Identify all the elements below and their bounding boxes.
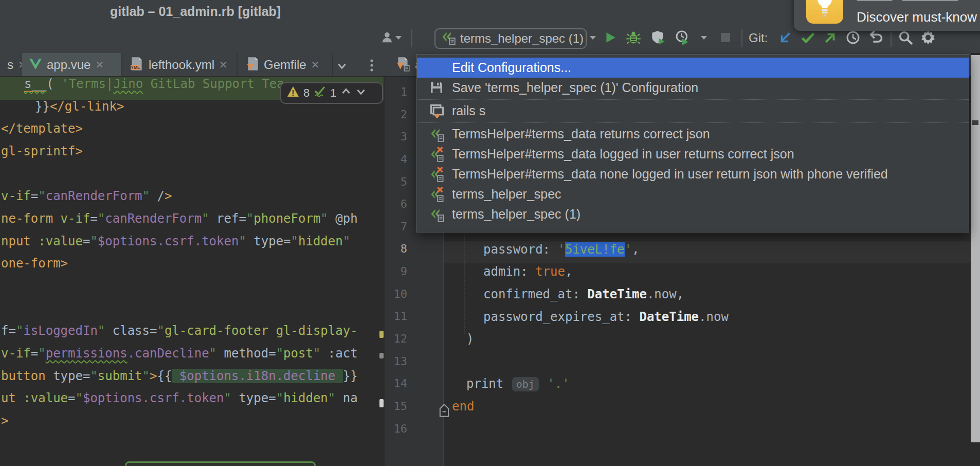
menu-item[interactable]: Save 'terms_helper_spec (1)' Configurati… — [417, 78, 969, 98]
chevron-down-icon — [393, 32, 404, 45]
search-everywhere-button[interactable] — [897, 30, 914, 47]
notification-balloon[interactable]: Discover must-know — [794, 0, 980, 31]
check-icon — [800, 30, 815, 47]
run-button[interactable] — [602, 30, 619, 47]
toolbar-separator — [411, 29, 412, 47]
clipped-popup-edge — [125, 461, 316, 466]
notification-message: Discover must-know — [857, 9, 977, 25]
stop-icon — [719, 31, 732, 46]
play-icon — [603, 30, 618, 47]
user-menu-button[interactable] — [375, 30, 408, 47]
menu-item-label: TermsHelper#terms_data returns correct j… — [452, 127, 710, 141]
hidden-tabs-chevron[interactable] — [333, 57, 351, 75]
yaml-icon: YML — [130, 56, 144, 74]
rollback-icon — [868, 30, 883, 47]
next-issue-chevron-icon[interactable] — [355, 86, 367, 100]
code-line: button type="submit">{{ $options.i18n.de… — [1, 369, 358, 386]
editor-tab-bar-left: s✕app.vue✕YMLlefthook.yml✕Gemfile✕ — [0, 53, 385, 77]
toolbar-separator — [741, 29, 742, 47]
tab-label: lefthook.yml — [149, 58, 214, 72]
menu-item-label: Save 'terms_helper_spec (1)' Configurati… — [452, 80, 698, 95]
rspec-failed-icon — [429, 147, 445, 162]
tab-s[interactable]: s✕ — [0, 53, 22, 76]
commit-button[interactable] — [799, 30, 816, 47]
menu-item[interactable]: Edit Configurations... — [417, 58, 969, 78]
clipped-title-fragment — [902, 0, 958, 1]
tab-app-vue[interactable]: app.vue✕ — [22, 53, 122, 76]
tab-Gemfile[interactable]: Gemfile✕ — [238, 53, 333, 76]
gem-icon — [245, 56, 259, 74]
inspections-widget[interactable]: 8 1 — [280, 82, 383, 104]
menu-item[interactable]: TermsHelper#terms_data logged in user re… — [417, 144, 969, 164]
rspec-icon — [429, 127, 445, 142]
lightbulb-icon — [806, 0, 843, 24]
arrow-down-left-icon — [778, 30, 792, 47]
close-icon[interactable]: ✕ — [95, 60, 104, 70]
push-button[interactable] — [822, 30, 839, 47]
code-line: v-if="permissions.canDecline" method="po… — [1, 346, 358, 364]
code-line: password: '5iveL!fe', — [483, 242, 639, 260]
code-line: gl-sprintf> — [1, 144, 83, 162]
vue-icon — [29, 58, 42, 72]
history-clock-icon — [845, 30, 861, 47]
warning-icon — [286, 85, 300, 101]
menu-item[interactable]: TermsHelper#terms_data none logged in us… — [417, 164, 969, 184]
menu-item[interactable]: terms_helper_spec — [417, 184, 969, 204]
history-button[interactable] — [844, 30, 862, 47]
tab-label: s — [7, 58, 13, 72]
close-icon[interactable]: ✕ — [311, 60, 320, 70]
code-line: admin: true, — [483, 264, 572, 282]
run-configuration-label: terms_helper_spec (1) — [460, 31, 584, 46]
code-line: nput :value="$options.csrf.token" type="… — [1, 234, 350, 252]
tab-options-kebab[interactable] — [363, 57, 380, 75]
code-line: </template> — [1, 121, 83, 139]
scrollbar-mark — [972, 120, 978, 125]
rspec-icon — [429, 207, 445, 222]
run-configurations-menu: Edit Configurations...Save 'terms_helper… — [416, 54, 969, 232]
search-icon — [898, 30, 913, 47]
menu-separator — [417, 122, 969, 123]
code-line: password_expires_at: DateTime.now — [483, 310, 729, 327]
settings-button[interactable] — [919, 30, 937, 47]
code-line: s__( 'Terms|Jino GitLab Support Tea — [24, 77, 284, 94]
menu-item[interactable]: TermsHelper#terms_data returns correct j… — [417, 124, 969, 144]
profiler-caret[interactable] — [695, 30, 713, 47]
code-line: ut :value="$options.csrf.token" type="hi… — [1, 391, 358, 408]
gear-icon — [920, 30, 936, 47]
typo-icon — [313, 85, 326, 101]
scrollbar-stripe — [379, 353, 384, 359]
debug-button[interactable] — [625, 30, 642, 47]
menu-item-label: terms_helper_spec (1) — [452, 207, 580, 222]
scrollbar-stripe — [379, 399, 384, 407]
svg-text:YML: YML — [131, 65, 140, 70]
update-project-button[interactable] — [776, 30, 794, 47]
left-editor-appvue[interactable]: s__( 'Terms|Jino GitLab Support Tea}}</g… — [0, 77, 384, 466]
rollback-button[interactable] — [867, 30, 884, 47]
editor-scrollbar[interactable] — [971, 55, 980, 442]
menu-item[interactable]: rails s — [417, 101, 969, 121]
toolbar-separator — [891, 29, 892, 47]
code-line: ne-form v-if="canRenderForm" ref="phoneF… — [1, 211, 358, 229]
prev-issue-chevron-icon[interactable] — [340, 86, 352, 100]
warning-count: 8 — [303, 86, 310, 100]
chevron-down-icon — [699, 32, 709, 45]
code-line: > — [1, 414, 8, 431]
window-title: gitlab – 01_admin.rb [gitlab] — [93, 4, 298, 19]
tab-lefthook-yml[interactable]: YMLlefthook.yml✕ — [122, 53, 238, 76]
typo-count: 1 — [330, 86, 336, 100]
code-line: end — [452, 399, 474, 417]
profiler-button[interactable] — [674, 30, 691, 47]
rspec-failed-icon — [429, 167, 445, 182]
run-anything-icon — [429, 103, 445, 119]
code-line: f="isLoggedIn" class="gl-card-footer gl-… — [1, 324, 358, 341]
run-configuration-select[interactable]: terms_helper_spec (1) — [434, 28, 587, 49]
code-line: ) — [466, 332, 474, 349]
fold-region-marker-icon[interactable] — [438, 403, 451, 420]
menu-item[interactable]: terms_helper_spec (1) — [417, 204, 969, 224]
close-icon[interactable]: ✕ — [219, 60, 228, 70]
coverage-button[interactable] — [650, 30, 667, 47]
code-line: confirmed_at: DateTime.now, — [483, 287, 684, 304]
code-line: one-form> — [1, 256, 68, 274]
ruby-file-icon — [396, 56, 410, 74]
scrollbar-warning-stripe — [379, 331, 384, 338]
